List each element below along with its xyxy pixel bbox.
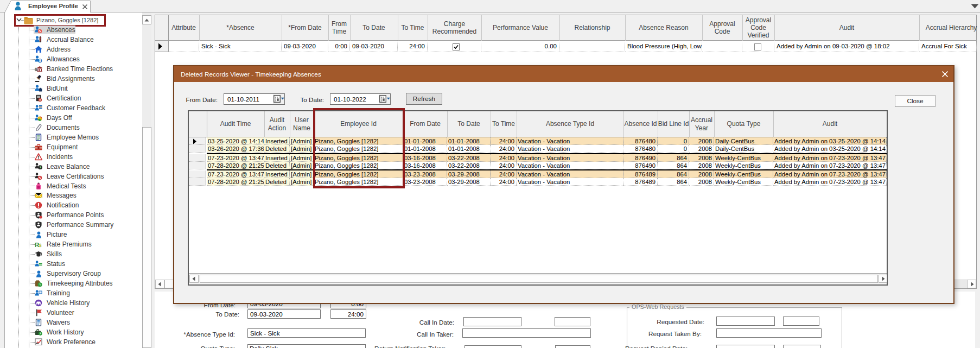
svg-text:$: $ [39, 58, 41, 63]
svg-text:$: $ [35, 67, 37, 72]
svg-text:$: $ [39, 243, 42, 248]
